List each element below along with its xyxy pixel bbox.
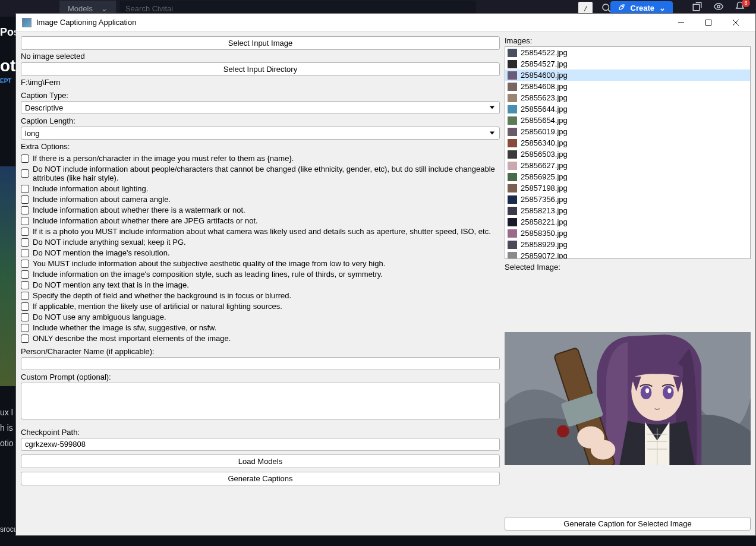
checkpoint-input[interactable]: cgrkzexw-599808 xyxy=(21,438,500,451)
extra-option-row: Do NOT mention the image's resolution. xyxy=(21,248,500,257)
image-list-item[interactable]: 25854608.jpg xyxy=(505,81,750,92)
extra-option-checkbox[interactable] xyxy=(21,260,29,268)
extra-option-checkbox[interactable] xyxy=(21,185,29,193)
image-filename: 25854522.jpg xyxy=(521,48,568,57)
notification-badge: 6 xyxy=(742,0,750,7)
image-thumb-icon xyxy=(508,139,517,147)
caption-type-label: Caption Type: xyxy=(21,91,500,100)
extra-option-checkbox[interactable] xyxy=(21,270,29,279)
extra-option-checkbox[interactable] xyxy=(21,154,29,163)
image-list-item[interactable]: 25856925.jpg xyxy=(505,171,750,182)
svg-rect-3 xyxy=(693,4,700,11)
image-filename: 25855623.jpg xyxy=(521,93,568,102)
extra-option-checkbox[interactable] xyxy=(21,324,29,332)
select-input-directory-button[interactable]: Select Input Directory xyxy=(21,62,500,76)
models-label: Models xyxy=(68,4,93,13)
image-list-item[interactable]: 25854600.jpg xyxy=(505,70,750,81)
caption-length-label: Caption Length: xyxy=(21,116,500,125)
image-list-item[interactable]: 25856019.jpg xyxy=(505,126,750,137)
maximize-button[interactable] xyxy=(695,14,722,31)
extra-option-checkbox[interactable] xyxy=(21,281,29,289)
image-list-item[interactable]: 25855623.jpg xyxy=(505,92,750,103)
extra-option-row: Include information about whether there … xyxy=(21,206,500,214)
image-thumb-icon xyxy=(508,218,517,226)
extra-option-row: ONLY describe the most important element… xyxy=(21,334,500,343)
person-name-input[interactable] xyxy=(21,357,500,370)
extra-option-checkbox[interactable] xyxy=(21,334,29,343)
image-thumb-icon xyxy=(508,241,517,249)
image-filename: 25854608.jpg xyxy=(521,82,568,91)
image-list-item[interactable]: 25855654.jpg xyxy=(505,115,750,126)
extra-option-checkbox[interactable] xyxy=(21,195,29,204)
caption-type-select[interactable]: Descriptive xyxy=(21,101,500,114)
image-thumb-icon xyxy=(508,207,517,215)
bg-side-image xyxy=(0,166,15,386)
caption-length-select[interactable]: long xyxy=(21,127,500,140)
svg-point-25 xyxy=(591,440,615,459)
image-filename: 25859072.jpg xyxy=(521,251,568,259)
load-models-button[interactable]: Load Models xyxy=(21,455,500,468)
image-list-item[interactable]: 25855644.jpg xyxy=(505,103,750,115)
extra-option-checkbox[interactable] xyxy=(21,238,29,247)
minimize-button[interactable] xyxy=(667,14,695,31)
image-list-item[interactable]: 25854527.jpg xyxy=(505,58,750,70)
image-thumb-icon xyxy=(508,150,517,159)
image-thumb-icon xyxy=(508,49,517,57)
extra-option-checkbox[interactable] xyxy=(21,169,29,178)
image-list-item[interactable]: 25858221.jpg xyxy=(505,216,750,228)
image-filename: 25856925.jpg xyxy=(521,172,568,181)
extra-option-row: Do NOT use any ambiguous language. xyxy=(21,313,500,321)
extra-option-label: Do NOT mention any text that is in the i… xyxy=(33,280,189,289)
image-filename: 25857356.jpg xyxy=(521,195,568,204)
extra-option-label: Include information on the image's compo… xyxy=(33,270,383,279)
extra-option-label: If there is a person/character in the im… xyxy=(33,154,294,163)
image-list-item[interactable]: 25858929.jpg xyxy=(505,239,750,250)
svg-point-23 xyxy=(557,425,569,438)
extra-option-label: Include information about whether there … xyxy=(33,206,245,214)
eye-icon[interactable] xyxy=(713,1,724,14)
image-filename: 25854600.jpg xyxy=(521,71,568,80)
generate-caption-single-button[interactable]: Generate Caption for Selected Image xyxy=(505,517,751,531)
extra-option-checkbox[interactable] xyxy=(21,313,29,321)
extra-option-label: Include information about lighting. xyxy=(33,184,148,193)
generate-captions-button[interactable]: Generate Captions xyxy=(21,472,500,485)
extra-option-checkbox[interactable] xyxy=(21,206,29,214)
image-list-item[interactable]: 25859072.jpg xyxy=(505,250,750,259)
image-list-item[interactable]: 25856503.jpg xyxy=(505,149,750,160)
image-list-item[interactable]: 25857356.jpg xyxy=(505,194,750,205)
image-list-item[interactable]: 25856627.jpg xyxy=(505,160,750,171)
image-filename: 25856627.jpg xyxy=(521,161,568,170)
image-list-item[interactable]: 25857198.jpg xyxy=(505,182,750,194)
extra-option-checkbox[interactable] xyxy=(21,249,29,257)
custom-prompt-input[interactable] xyxy=(21,383,500,419)
extra-option-label: Do NOT mention the image's resolution. xyxy=(33,248,170,257)
extra-option-row: Do NOT mention any text that is in the i… xyxy=(21,280,500,289)
extra-option-row: Include information about lighting. xyxy=(21,184,500,193)
extra-option-label: Include whether the image is sfw, sugges… xyxy=(33,323,216,332)
chevron-down-icon: ⌄ xyxy=(101,4,108,13)
svg-point-15 xyxy=(667,388,671,393)
close-button[interactable] xyxy=(722,14,749,31)
images-list[interactable]: 25854522.jpg25854527.jpg25854600.jpg2585… xyxy=(505,46,751,259)
bell-icon[interactable]: 6 xyxy=(735,1,745,14)
extra-option-checkbox[interactable] xyxy=(21,217,29,225)
image-thumb-icon xyxy=(508,173,517,181)
extra-option-checkbox[interactable] xyxy=(21,228,29,236)
directory-path: F:\img\Fern xyxy=(21,78,500,87)
bg-right-icons: 6 xyxy=(692,1,745,14)
image-list-item[interactable]: 25858350.jpg xyxy=(505,228,750,239)
extra-option-checkbox[interactable] xyxy=(21,292,29,300)
image-thumb-icon xyxy=(508,128,517,136)
external-icon[interactable] xyxy=(692,1,703,14)
image-filename: 25854527.jpg xyxy=(521,59,568,68)
image-filename: 25856503.jpg xyxy=(521,150,568,159)
extra-option-row: If there is a person/character in the im… xyxy=(21,154,500,163)
image-list-item[interactable]: 25858213.jpg xyxy=(505,205,750,216)
select-input-image-button[interactable]: Select Input Image xyxy=(21,36,500,50)
image-filename: 25855654.jpg xyxy=(521,116,568,125)
extra-option-checkbox[interactable] xyxy=(21,302,29,311)
person-name-label: Person/Character Name (if applicable): xyxy=(21,347,500,356)
image-list-item[interactable]: 25854522.jpg xyxy=(505,47,750,58)
custom-prompt-label: Custom Prompt (optional): xyxy=(21,373,500,381)
image-list-item[interactable]: 25856340.jpg xyxy=(505,137,750,149)
